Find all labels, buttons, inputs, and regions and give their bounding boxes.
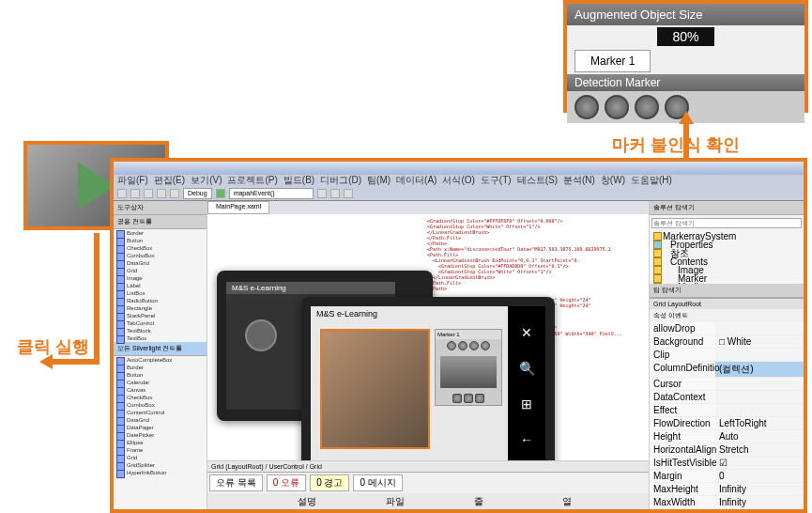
property-value[interactable] [715,349,804,361]
menu-item[interactable]: 디버그(D) [320,174,361,187]
filter-errors[interactable]: 0 오류 [267,474,306,491]
knob-icon[interactable] [575,95,599,119]
property-value[interactable]: LeftToRight [715,417,804,429]
solution-search-input[interactable] [651,218,802,228]
property-row[interactable]: ColumnDefinitio(컬렉션) [650,362,804,378]
pause-icon[interactable] [464,394,473,403]
toolbox-item[interactable]: Button [114,371,207,379]
property-row[interactable]: HorizontalAlignStretch [650,443,804,457]
toolbox-item[interactable]: StackPanel [114,312,207,319]
toolbox-item[interactable]: ComboBox [114,252,207,259]
toolbar-button[interactable] [130,189,140,198]
toolbox-item[interactable]: AutoCompleteBox [114,356,207,364]
close-icon[interactable]: ✕ [518,325,535,342]
solution-tree[interactable]: MarkerraySystemProperties참조ContentsImage… [650,230,804,284]
target-combo[interactable]: mapahEvent() [229,188,314,199]
menu-item[interactable]: 창(W) [601,174,625,187]
property-row[interactable]: MaxWidthInfinity [650,496,804,509]
properties-tabs[interactable]: 속성 이벤트 [650,309,804,322]
toolbox-item[interactable]: Canvas [114,386,207,394]
stop-icon[interactable] [475,394,484,403]
toolbox-item[interactable]: CheckBox [114,244,207,252]
toolbox-item[interactable]: TextBox [114,334,207,342]
property-value[interactable]: Auto [715,430,804,443]
toolbar-button[interactable] [330,189,340,198]
menu-item[interactable]: 파일(F) [117,174,148,187]
toolbox-item[interactable]: Frame [114,446,207,454]
toolbox-item[interactable]: Grid [114,267,207,274]
toolbar-button[interactable] [170,189,179,198]
design-surface[interactable]: <GradientStop Color="#FFF8F8F8" Offset="… [207,214,649,460]
phone-emulator-front[interactable]: M&S e-Learning Marker 1 [301,297,555,460]
toolbox-item[interactable]: ListBox [114,289,207,297]
menu-item[interactable]: 데이터(A) [396,174,437,187]
filter-warnings[interactable]: 0 경고 [310,474,349,491]
team-explorer-tab[interactable]: 팀 탐색기 [650,284,804,298]
property-row[interactable]: Margin0 [650,470,804,483]
toolbox-item[interactable]: DatePicker [114,431,207,439]
filter-messages[interactable]: 0 메시지 [353,474,402,491]
knob-icon[interactable] [605,95,629,119]
menu-item[interactable]: 프로젝트(P) [227,174,277,187]
property-value[interactable]: Stretch [715,443,804,456]
toolbox-item[interactable]: Ellipse [114,439,207,446]
property-value[interactable] [715,378,804,390]
toolbox-item[interactable]: Label [114,282,207,289]
toolbox-item[interactable]: Button [114,237,207,244]
marker-control-panel[interactable]: Marker 1 [435,329,502,406]
toolbar-button[interactable] [117,189,127,198]
menu-item[interactable]: 편집(E) [154,174,185,187]
property-row[interactable]: Clip [650,349,804,362]
toolbar-button[interactable] [144,189,153,198]
toolbox-item[interactable]: Border [114,229,207,237]
property-value[interactable]: Infinity [715,496,804,508]
tree-item[interactable]: Media [651,283,802,284]
toolbar-button[interactable] [317,189,327,198]
toolbox-item[interactable]: Grid [114,454,207,461]
search-icon[interactable]: 🔍 [518,361,535,378]
menu-item[interactable]: 보기(V) [191,174,222,187]
knob-icon[interactable] [481,341,490,350]
config-combo[interactable]: Debug [183,188,212,199]
toolbox-item[interactable]: GridSplitter [114,461,207,469]
tree-item[interactable]: Image [651,266,802,274]
column-header[interactable]: 파일 [386,495,470,508]
toolbar-button[interactable] [344,189,353,198]
toolbox-item[interactable]: DataGrid [114,416,207,424]
menu-item[interactable]: 팀(M) [367,174,391,187]
menu-item[interactable]: 테스트(S) [517,174,558,187]
property-row[interactable]: IsHitTestVisible☑ [650,457,804,470]
knob-icon[interactable] [447,341,456,350]
menu-item[interactable]: 도움말(H) [631,174,672,187]
back-icon[interactable]: ← [518,432,535,449]
toolbox-item[interactable]: Image [114,274,207,282]
tab-mainpage[interactable]: MainPage.xaml [207,201,269,214]
toolbar[interactable]: Debug mapahEvent() [114,186,804,201]
property-value[interactable] [715,391,804,403]
property-value[interactable] [715,404,804,416]
column-header[interactable]: 설명 [298,495,382,508]
toolbox-item[interactable]: ComboBox [114,401,207,409]
menu-item[interactable]: 도구(T) [481,174,512,187]
play-icon[interactable] [452,394,462,403]
tree-item[interactable]: Contents [651,257,802,266]
toolbox-item[interactable]: Border [114,364,207,371]
run-button[interactable] [216,189,225,198]
toolbar-button[interactable] [157,189,166,198]
property-row[interactable]: Background□ White [650,335,804,349]
property-value[interactable]: (컬렉션) [715,362,804,377]
knob-icon[interactable] [458,341,467,350]
breadcrumb[interactable]: Grid (LayoutRoot) / UserControl / Grid [207,460,649,472]
knob-icon[interactable] [469,341,479,350]
toolbox-item[interactable]: RadioButton [114,297,207,304]
property-row[interactable]: FlowDirectionLeftToRight [650,417,804,430]
toolbox-section[interactable]: 모든 Silverlight 컨트롤 [114,342,207,356]
property-row[interactable]: DataContext [650,391,804,404]
windows-icon[interactable]: ⊞ [518,396,535,413]
property-row[interactable]: Cursor [650,378,804,391]
toolbox-item[interactable]: TabControl [114,319,207,327]
menu-item[interactable]: 분석(N) [563,174,595,187]
knob-icon[interactable] [635,95,659,119]
toolbox-section[interactable]: 공용 컨트롤 [114,215,207,229]
column-header[interactable]: 줄 [474,495,559,508]
